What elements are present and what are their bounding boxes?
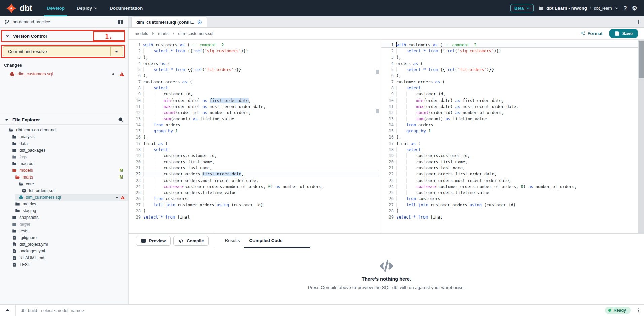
tree-item-macros[interactable]: macros	[0, 160, 128, 167]
code-line[interactable]: 23 customer_orders.most_recent_order_dat…	[129, 177, 379, 183]
nav-item-deploy[interactable]: Deploy	[71, 0, 104, 16]
code-line[interactable]: 3),	[381, 54, 638, 60]
code-line[interactable]: 24 coalesce(customer_orders.number_of_or…	[381, 183, 638, 189]
code-pane-left[interactable]: 1with customers as ( -- comment 22 selec…	[129, 40, 379, 233]
chevron-down-icon[interactable]	[5, 34, 10, 38]
code-line[interactable]: 12 count(order_id) as number_of_orders,	[129, 109, 379, 115]
code-line[interactable]: 15 group by 1	[129, 128, 379, 134]
code-line[interactable]: 21 customers.last_name,	[129, 165, 379, 171]
code-line[interactable]: 6),	[129, 72, 379, 78]
code-line[interactable]: 13 sum(amount) as lifetime_value	[381, 116, 638, 122]
tree-item--gitignore[interactable]: .gitignore	[0, 234, 128, 241]
docs-book-icon[interactable]	[117, 19, 124, 25]
tab-results[interactable]: Results	[220, 234, 244, 248]
tree-item-tests[interactable]: tests	[0, 228, 128, 234]
dbt-logo[interactable]: dbt	[0, 0, 41, 16]
code-line[interactable]: 10 min(order_date) as first_order_date,	[129, 97, 379, 103]
code-line[interactable]: 8 select	[381, 85, 638, 91]
format-button[interactable]: Format	[580, 31, 603, 36]
code-line[interactable]: 10 min(order_date) as first_order_date,	[381, 97, 638, 103]
code-line[interactable]: 22 customer_orders.first_order_date,	[381, 171, 638, 177]
code-line[interactable]: 25 customer_orders.lifetime_value	[381, 189, 638, 195]
tree-item-metrics[interactable]: metrics	[0, 201, 128, 207]
code-line[interactable]: 1with customers as ( -- comment 2	[129, 42, 379, 48]
project-selector[interactable]: dbt Learn - mwong / dbt_learn	[538, 6, 619, 11]
code-line[interactable]: 26 from customers	[381, 195, 638, 201]
code-line[interactable]: 28)	[129, 208, 379, 214]
code-line[interactable]: 26 from customers	[129, 195, 379, 201]
nav-item-documentation[interactable]: Documentation	[104, 0, 149, 16]
code-line[interactable]: 25 customer_orders.lifetime_value	[129, 189, 379, 195]
new-tab-plus-icon[interactable]	[636, 19, 641, 25]
code-line[interactable]: 20 customers.first_name,	[381, 159, 638, 165]
code-line[interactable]: 21 customers.last_name,	[381, 165, 638, 171]
changed-file-row[interactable]: dim_customers.sql	[0, 70, 128, 78]
code-line[interactable]: 22 customer_orders.first_order_date,	[129, 171, 379, 177]
code-line[interactable]: 24 coalesce(customer_orders.number_of_or…	[129, 183, 379, 189]
code-line[interactable]: 17final as (	[381, 140, 638, 146]
code-line[interactable]: 23 customer_orders.most_recent_order_dat…	[381, 177, 638, 183]
code-line[interactable]: 7customer_orders as (	[381, 79, 638, 85]
code-line[interactable]: 13 sum(amount) as lifetime_value	[129, 116, 379, 122]
nav-item-develop[interactable]: Develop	[41, 0, 71, 16]
tree-item-target[interactable]: target	[0, 221, 128, 228]
code-line[interactable]: 4orders as (	[129, 60, 379, 66]
chevron-down-icon[interactable]	[5, 118, 9, 122]
tree-item-data[interactable]: data	[0, 140, 128, 147]
tree-item-readme-md[interactable]: README.md	[0, 254, 128, 261]
tree-item-packages-yml[interactable]: packages.yml	[0, 248, 128, 254]
tree-item-staging[interactable]: staging	[0, 207, 128, 214]
gear-icon[interactable]: ⚙	[632, 5, 637, 11]
commit-and-resolve-button[interactable]: Commit and resolve	[3, 46, 123, 56]
breadcrumb-item[interactable]: marts	[158, 31, 168, 36]
code-line[interactable]: 1with customers as ( -- comment 2	[381, 42, 638, 48]
code-line[interactable]: 3),	[129, 54, 379, 60]
code-line[interactable]: 8 select	[129, 85, 379, 91]
kebab-menu-icon[interactable]	[636, 308, 641, 313]
breadcrumb-item[interactable]: dim_customers.sql	[178, 31, 213, 36]
code-line[interactable]: 2 select * from {{ ref('stg_customers')}…	[381, 48, 638, 54]
code-line[interactable]: 18 select	[129, 146, 379, 152]
code-line[interactable]: 28)	[381, 208, 638, 214]
tab-compiled-code[interactable]: Compiled Code	[244, 234, 310, 248]
tree-item-snapshots[interactable]: snapshots	[0, 214, 128, 221]
compile-button[interactable]: Compile	[173, 236, 209, 246]
code-pane-right[interactable]: 1with customers as ( -- comment 22 selec…	[381, 40, 638, 233]
code-line[interactable]: 29select * from final	[129, 214, 379, 220]
code-line[interactable]: 19 customers.customer_id,	[381, 152, 638, 158]
code-line[interactable]: 12 count(order_id) as number_of_orders,	[381, 109, 638, 115]
tree-item-dbt-learn-on-demand[interactable]: dbt-learn-on-demand	[0, 127, 128, 133]
branch-name[interactable]: on-demand-practice	[13, 19, 114, 24]
code-line[interactable]: 18 select	[381, 146, 638, 152]
tree-item-fct-orders-sql[interactable]: fct_orders.sql	[0, 187, 128, 194]
code-line[interactable]: 29select * from final	[381, 214, 638, 220]
tree-item-logs[interactable]: logs	[0, 154, 128, 160]
beta-button[interactable]: Beta	[510, 4, 534, 12]
code-line[interactable]: 7customer_orders as (	[129, 79, 379, 85]
code-line[interactable]: 9 customer_id,	[129, 91, 379, 97]
code-line[interactable]: 20 customers.first_name,	[129, 159, 379, 165]
scrollbar-thumb[interactable]	[639, 41, 644, 78]
code-line[interactable]: 27 left join customer_orders using (cust…	[381, 202, 638, 208]
tree-item-core[interactable]: core	[0, 181, 128, 187]
editor-tab[interactable]: dim_customers.sql (confli...	[131, 16, 207, 27]
tree-item-marts[interactable]: martsM	[0, 174, 128, 181]
save-button[interactable]: Save	[609, 29, 638, 38]
code-line[interactable]: 17final as (	[129, 140, 379, 146]
code-line[interactable]: 19 customers.customer_id,	[129, 152, 379, 158]
code-line[interactable]: 16),	[129, 134, 379, 140]
code-line[interactable]: 5 select * from {{ ref('fct_orders')}}	[129, 66, 379, 72]
code-line[interactable]: 16),	[381, 134, 638, 140]
code-line[interactable]: 9 customer_id,	[381, 91, 638, 97]
code-line[interactable]: 5 select * from {{ ref('fct_orders')}}	[381, 66, 638, 72]
breadcrumb-item[interactable]: models	[135, 31, 148, 36]
code-line[interactable]: 11 max(order_date) as most_recent_order_…	[129, 103, 379, 109]
tree-item-dbt-project-yml[interactable]: dbt_project.yml	[0, 241, 128, 248]
code-line[interactable]: 11 max(order_date) as most_recent_order_…	[381, 103, 638, 109]
code-line[interactable]: 15 group by 1	[381, 128, 638, 134]
tree-item-models[interactable]: modelsM	[0, 167, 128, 174]
code-line[interactable]: 4orders as (	[381, 60, 638, 66]
code-line[interactable]: 14 from orders	[381, 122, 638, 128]
search-icon[interactable]	[118, 117, 124, 122]
help-icon[interactable]: ?	[623, 5, 627, 11]
